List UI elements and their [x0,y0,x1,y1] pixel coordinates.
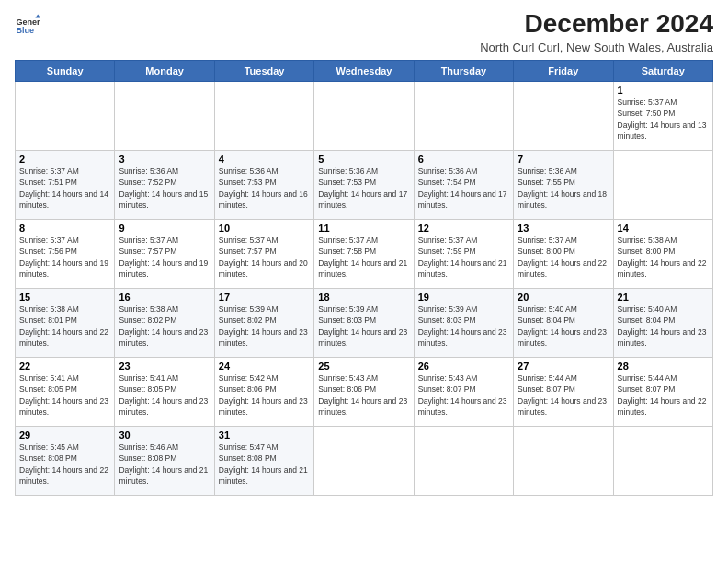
header: General Blue General Blue December 2024 … [15,9,713,54]
calendar-cell-empty [115,82,214,151]
calendar-cell-31: 31Sunrise: 5:47 AMSunset: 8:08 PMDayligh… [214,427,313,496]
calendar-cell-9: 9Sunrise: 5:37 AMSunset: 7:57 PMDaylight… [115,220,214,289]
svg-text:Blue: Blue [16,26,34,35]
title-block: December 2024 North Curl Curl, New South… [480,9,713,54]
calendar-row: 15Sunrise: 5:38 AMSunset: 8:01 PMDayligh… [16,289,713,358]
calendar-cell-empty [514,82,613,151]
calendar-cell-2: 2Sunrise: 5:37 AMSunset: 7:51 PMDaylight… [16,151,115,220]
calendar-cell-empty [214,82,313,151]
calendar-cell-4: 4Sunrise: 5:36 AMSunset: 7:53 PMDaylight… [214,151,313,220]
calendar-cell-13: 13Sunrise: 5:37 AMSunset: 8:00 PMDayligh… [514,220,613,289]
calendar-cell-10: 10Sunrise: 5:37 AMSunset: 7:57 PMDayligh… [214,220,313,289]
col-header-tuesday: Tuesday [214,61,313,82]
calendar-cell-8: 8Sunrise: 5:37 AMSunset: 7:56 PMDaylight… [16,220,115,289]
calendar-cell-28: 28Sunrise: 5:44 AMSunset: 8:07 PMDayligh… [613,358,712,427]
calendar-row: 22Sunrise: 5:41 AMSunset: 8:05 PMDayligh… [16,358,713,427]
calendar-cell-14: 14Sunrise: 5:38 AMSunset: 8:00 PMDayligh… [613,220,712,289]
calendar-cell-25: 25Sunrise: 5:43 AMSunset: 8:06 PMDayligh… [314,358,414,427]
calendar-cell-12: 12Sunrise: 5:37 AMSunset: 7:59 PMDayligh… [414,220,513,289]
calendar-row: 2Sunrise: 5:37 AMSunset: 7:51 PMDaylight… [16,151,713,220]
calendar-cell-26: 26Sunrise: 5:43 AMSunset: 8:07 PMDayligh… [414,358,513,427]
col-header-sunday: Sunday [16,61,115,82]
calendar-cell-15: 15Sunrise: 5:38 AMSunset: 8:01 PMDayligh… [16,289,115,358]
calendar-cell-empty [16,82,115,151]
calendar-cell-21: 21Sunrise: 5:40 AMSunset: 8:04 PMDayligh… [613,289,712,358]
calendar-cell-22: 22Sunrise: 5:41 AMSunset: 8:05 PMDayligh… [16,358,115,427]
svg-text:General: General [16,17,40,27]
calendar-cell-empty [314,82,414,151]
calendar-cell-20: 20Sunrise: 5:40 AMSunset: 8:04 PMDayligh… [514,289,613,358]
calendar-cell-27: 27Sunrise: 5:44 AMSunset: 8:07 PMDayligh… [514,358,613,427]
logo-icon: General Blue [15,13,40,39]
main-title: December 2024 [480,9,713,39]
col-header-monday: Monday [115,61,214,82]
calendar-cell-18: 18Sunrise: 5:39 AMSunset: 8:03 PMDayligh… [314,289,414,358]
calendar-cell-empty [414,427,513,496]
col-header-thursday: Thursday [414,61,513,82]
header-row: SundayMondayTuesdayWednesdayThursdayFrid… [16,61,713,82]
calendar-row: 8Sunrise: 5:37 AMSunset: 7:56 PMDaylight… [16,220,713,289]
col-header-friday: Friday [514,61,613,82]
calendar-row: 1Sunrise: 5:37 AMSunset: 7:50 PMDaylight… [16,82,713,151]
calendar-cell-empty [613,151,712,220]
subtitle: North Curl Curl, New South Wales, Austra… [480,40,713,54]
logo: General Blue General Blue [15,13,44,39]
calendar-table: SundayMondayTuesdayWednesdayThursdayFrid… [15,60,713,496]
calendar-cell-29: 29Sunrise: 5:45 AMSunset: 8:08 PMDayligh… [16,427,115,496]
calendar-cell-16: 16Sunrise: 5:38 AMSunset: 8:02 PMDayligh… [115,289,214,358]
col-header-wednesday: Wednesday [314,61,414,82]
calendar-cell-empty [414,82,513,151]
calendar-cell-17: 17Sunrise: 5:39 AMSunset: 8:02 PMDayligh… [214,289,313,358]
calendar-cell-3: 3Sunrise: 5:36 AMSunset: 7:52 PMDaylight… [115,151,214,220]
calendar-row: 29Sunrise: 5:45 AMSunset: 8:08 PMDayligh… [16,427,713,496]
calendar-cell-5: 5Sunrise: 5:36 AMSunset: 7:53 PMDaylight… [314,151,414,220]
calendar-cell-19: 19Sunrise: 5:39 AMSunset: 8:03 PMDayligh… [414,289,513,358]
calendar-cell-empty [613,427,712,496]
col-header-saturday: Saturday [613,61,712,82]
calendar-cell-30: 30Sunrise: 5:46 AMSunset: 8:08 PMDayligh… [115,427,214,496]
calendar-cell-empty [314,427,414,496]
calendar-cell-24: 24Sunrise: 5:42 AMSunset: 8:06 PMDayligh… [214,358,313,427]
calendar-cell-7: 7Sunrise: 5:36 AMSunset: 7:55 PMDaylight… [514,151,613,220]
calendar-cell-1: 1Sunrise: 5:37 AMSunset: 7:50 PMDaylight… [613,82,712,151]
calendar-cell-23: 23Sunrise: 5:41 AMSunset: 8:05 PMDayligh… [115,358,214,427]
calendar-cell-empty [514,427,613,496]
svg-marker-2 [35,14,40,17]
calendar-cell-6: 6Sunrise: 5:36 AMSunset: 7:54 PMDaylight… [414,151,513,220]
page: General Blue General Blue December 2024 … [0,0,728,563]
calendar-cell-11: 11Sunrise: 5:37 AMSunset: 7:58 PMDayligh… [314,220,414,289]
